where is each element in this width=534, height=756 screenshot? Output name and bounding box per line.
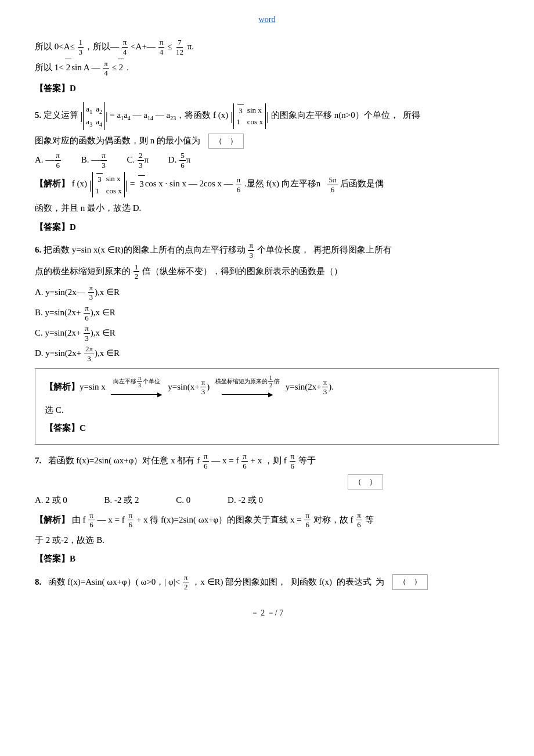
q6-optC: C. y=sin(2x+ π3),x ∈R xyxy=(35,324,499,343)
page-footer: － 2 －/ 7 xyxy=(35,606,499,620)
word-link[interactable]: word xyxy=(259,15,276,24)
q7-solution: 【解析】 由 f π6 — x = f π6 + x 得 f(x)=2sin( … xyxy=(35,511,499,530)
answer-d2: 【答案】D xyxy=(35,219,499,236)
line1: 所以 0<A≤ 13，所以— π4 <A+— π4 ≤ 712 π. xyxy=(35,38,499,56)
line2: 所以 1<2sin A — π4 ≤2 . xyxy=(35,59,499,78)
q6-optB: B. y=sin(2x+ π6),x ∈R xyxy=(35,304,499,322)
q5-line2: 图象对应的函数为偶函数，则 n 的最小值为 （ ） xyxy=(35,132,499,149)
q5-options: A. —π6 B. —π3 C. 23π D. 56π xyxy=(35,151,499,170)
q7-paren-line: （ ） xyxy=(35,473,383,490)
q8-main: 8. 函数 f(x)=Asin( ωx+φ）( ω>0，| φ|< π2 ，x … xyxy=(35,573,499,592)
q7-main: 7. 若函数 f(x)=2sin( ωx+φ）对任意 x 都有 f π6 — x… xyxy=(35,452,499,470)
q6-optA: A. y=sin(2x— π3),x ∈R xyxy=(35,283,499,302)
q6-choice: 选 C. xyxy=(45,402,489,418)
answer-b: 【答案】B xyxy=(35,550,499,567)
q6-solution-line: 【解析】y=sin x 向左平移π3个单位 ▶ y=sin(x+π3) 横坐标缩… xyxy=(45,375,489,401)
answer-c: 【答案】C xyxy=(45,420,489,436)
q6-main: 6. 把函数 y=sin x(x ∈R)的图象上所有的点向左平行移动 π3 个单… xyxy=(35,241,499,260)
q5-main: 5. 定义运算 | a1a2 a3a4 | = a1a4 — a14 — a23… xyxy=(35,102,499,129)
page-header: word xyxy=(35,12,499,27)
q7-solution2: 于 2 或-2，故选 B. xyxy=(35,532,499,549)
q5-solution: 【解析】 f (x) | 3sin x 1cos x | = 3cos x · … xyxy=(35,172,499,197)
q6-optD: D. y=sin(2x+ 2π3),x ∈R xyxy=(35,344,499,363)
answer-d1: 【答案】D xyxy=(35,80,499,97)
q6-line2: 点的横坐标缩短到原来的 12 倍（纵坐标不变），得到的图象所表示的函数是（） xyxy=(35,262,499,281)
q5-solution2: 函数，并且 n 最小，故选 D. xyxy=(35,200,499,217)
q6-answer-box: 【解析】y=sin x 向左平移π3个单位 ▶ y=sin(x+π3) 横坐标缩… xyxy=(35,368,499,445)
q7-options: A. 2 或 0 B. -2 或 2 C. 0 D. -2 或 0 xyxy=(35,492,499,509)
